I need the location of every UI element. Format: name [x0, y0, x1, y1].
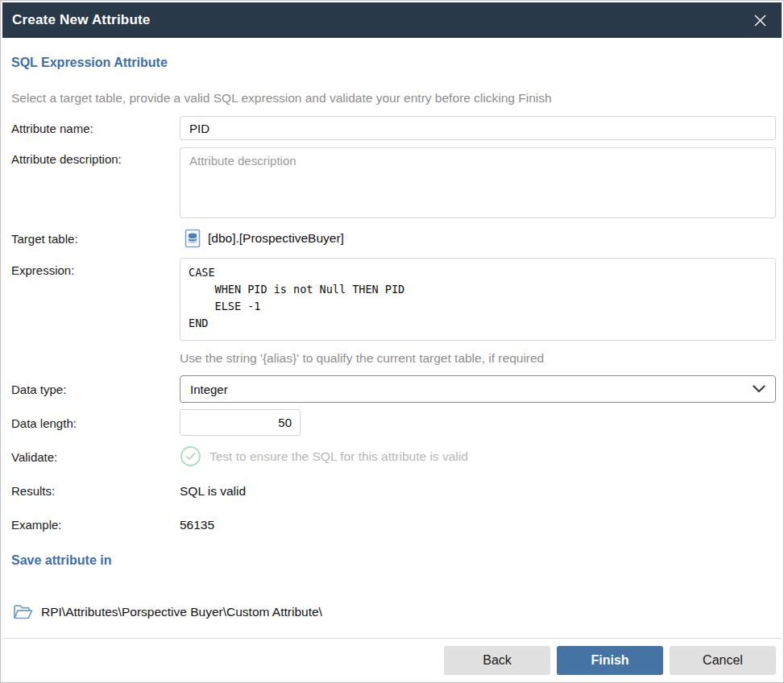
expression-textarea[interactable]: CASE WHEN PID is not Null THEN PID ELSE …: [180, 258, 776, 341]
data-length-input: [180, 409, 301, 436]
target-table-label: Target table:: [11, 232, 78, 246]
close-icon: [753, 14, 767, 27]
chevron-down-icon: [753, 385, 765, 393]
attribute-name-label: Attribute name:: [11, 122, 93, 135]
example-label: Example:: [11, 518, 62, 532]
target-table-value: [dbo].[ProspectiveBuyer]: [208, 231, 344, 246]
data-length-label: Data length:: [11, 416, 77, 430]
dialog-title: Create New Attribute: [12, 12, 151, 28]
save-attribute-heading: Save attribute in: [11, 553, 111, 568]
target-table-row[interactable]: [dbo].[ProspectiveBuyer]: [184, 229, 344, 248]
data-type-label: Data type:: [11, 383, 66, 396]
data-type-select[interactable]: Integer: [180, 375, 776, 403]
attribute-name-input[interactable]: [180, 116, 776, 140]
back-button[interactable]: Back: [444, 646, 550, 675]
footer: Back Finish Cancel: [2, 639, 782, 681]
check-circle-icon: [180, 445, 201, 467]
cancel-button[interactable]: Cancel: [670, 646, 776, 675]
validate-label: Validate:: [11, 450, 57, 464]
finish-button[interactable]: Finish: [557, 646, 663, 675]
create-new-attribute-dialog: Create New Attribute SQL Expression Attr…: [0, 0, 784, 683]
validate-action[interactable]: Test to ensure the SQL for this attribut…: [180, 445, 468, 467]
example-value: 56135: [180, 518, 214, 532]
results-label: Results:: [11, 484, 55, 498]
table-icon: [184, 229, 201, 248]
expression-hint: Use the string '{alias}' to qualify the …: [180, 351, 544, 366]
results-value: SQL is valid: [180, 484, 246, 499]
save-location-path: RPI\Attributes\Porspective Buyer\Custom …: [41, 605, 322, 619]
section-title: SQL Expression Attribute: [11, 56, 168, 70]
save-location-row[interactable]: RPI\Attributes\Porspective Buyer\Custom …: [12, 602, 322, 622]
attribute-description-label: Attribute description:: [11, 152, 122, 166]
close-button[interactable]: [748, 8, 772, 32]
validate-hint-text: Test to ensure the SQL for this attribut…: [209, 449, 468, 464]
dialog-titlebar: Create New Attribute: [2, 2, 782, 38]
attribute-description-textarea[interactable]: [180, 147, 776, 218]
open-folder-icon: [12, 602, 34, 622]
data-type-selected-value: Integer: [190, 383, 753, 396]
instructions-text: Select a target table, provide a valid S…: [11, 91, 552, 106]
expression-label: Expression:: [11, 263, 74, 277]
